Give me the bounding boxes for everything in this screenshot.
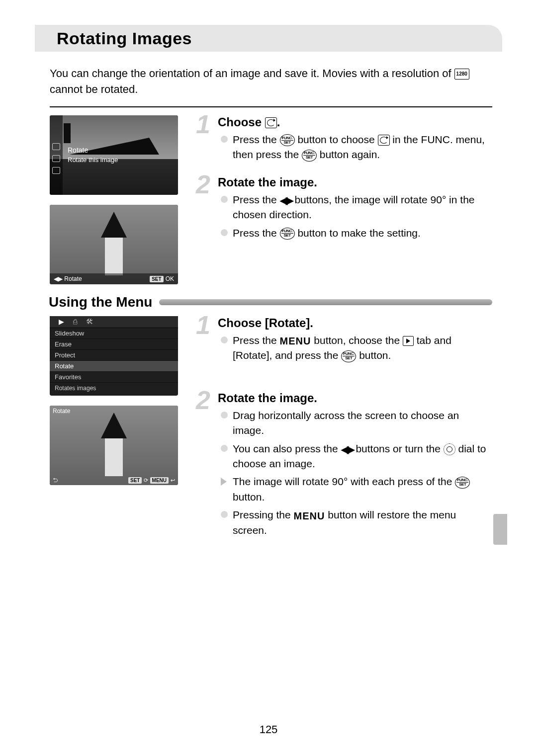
step-bullet-result: The image will rotate 90° with each pres…	[218, 474, 492, 504]
screenshot-rotate-browser: Rotate ⮌ SET⟳ MENU↩	[50, 406, 178, 485]
overlay-hint: Rotate this image	[68, 156, 118, 164]
left-right-buttons-icon: ◀▶	[280, 195, 292, 205]
page-title: Rotating Images	[50, 29, 192, 48]
func-set-button-icon: FUNC.SET	[341, 350, 356, 362]
overlay-title: Rotate	[53, 408, 70, 415]
resolution-1280-icon: 1280	[454, 69, 469, 80]
func-set-button-icon: FUNC.SET	[455, 477, 470, 489]
overlay-left: ⮌	[53, 477, 58, 484]
menu-item-favorites: Favorites	[50, 372, 178, 383]
step-number: 1	[196, 109, 210, 139]
control-dial-icon	[444, 443, 455, 455]
step-heading: Rotate the image.	[218, 175, 492, 189]
favorite-icon	[52, 167, 60, 174]
step-bullet: Press the MENU button, choose the tab an…	[218, 333, 492, 363]
subsection-bar: Using the Menu	[49, 294, 492, 310]
overlay-ok: SETOK	[150, 275, 174, 282]
func-set-button-icon: FUNC.SET	[280, 134, 295, 146]
menu-list: Slideshow Erase Protect Rotate Favorites	[50, 328, 178, 383]
print-icon	[52, 155, 60, 162]
step-number: 2	[196, 385, 210, 415]
menu-item-slideshow: Slideshow	[50, 328, 178, 339]
overlay-rotate-label: ◀▶ Rotate	[54, 275, 82, 282]
step-bullet: Press the FUNC.SET button to choose in t…	[218, 132, 492, 163]
step-heading: Rotate the image.	[218, 391, 492, 405]
playback-tab-icon	[403, 336, 414, 346]
step-bullet: Drag horizontally across the screen to c…	[218, 408, 492, 438]
thumb-index-tab	[493, 514, 507, 545]
step-heading: Choose [Rotate].	[218, 316, 492, 330]
menu-item-rotate: Rotate	[50, 361, 178, 372]
overlay-right: SET⟳ MENU↩	[128, 477, 175, 484]
menu-button-icon: MENU	[294, 511, 325, 521]
screenshot-func-rotate: Rotate Rotate this image	[50, 115, 178, 195]
section-title-bar: Rotating Images	[50, 25, 492, 52]
screenshot-menu: ▶ ⎙ 🛠 Slideshow Erase Protect Rotate Fav…	[50, 316, 178, 396]
divider	[50, 106, 492, 107]
playback-tab-icon: ▶	[59, 318, 64, 326]
rotate-icon	[52, 143, 60, 150]
menu-hint: Rotates images	[50, 383, 178, 394]
step-bullet: You can also press the ◀▶ buttons or tur…	[218, 441, 492, 472]
rotate-icon	[378, 135, 390, 146]
step-heading: Choose .	[218, 115, 492, 129]
func-set-button-icon: FUNC.SET	[302, 150, 317, 162]
step-bullet: Press the FUNC.SET button to make the se…	[218, 226, 492, 241]
tools-tab-icon: 🛠	[86, 318, 93, 326]
intro-paragraph: You can change the orientation of an ima…	[50, 66, 492, 97]
step-bullet: Pressing the MENU button will restore th…	[218, 507, 492, 538]
step-number: 1	[196, 310, 210, 340]
print-tab-icon: ⎙	[73, 318, 77, 326]
func-set-button-icon: FUNC.SET	[280, 228, 295, 240]
menu-item-protect: Protect	[50, 350, 178, 361]
step-menu-2: 2 Rotate the image. Drag horizontally ac…	[197, 391, 492, 538]
page-number: 125	[0, 723, 537, 736]
menu-item-erase: Erase	[50, 339, 178, 350]
step-2: 2 Rotate the image. Press the ◀▶ buttons…	[197, 175, 492, 241]
overlay-label-rotate: Rotate	[68, 146, 88, 154]
subsection-title: Using the Menu	[49, 294, 152, 310]
rotate-icon	[265, 117, 277, 128]
step-1: 1 Choose . Press the FUNC.SET button to …	[197, 115, 492, 163]
menu-button-icon: MENU	[280, 336, 311, 346]
screenshot-rotate-preview: ◀▶ Rotate SETOK	[50, 205, 178, 284]
left-right-buttons-icon: ◀▶	[341, 444, 353, 454]
step-menu-1: 1 Choose [Rotate]. Press the MENU button…	[197, 316, 492, 363]
step-bullet: Press the ◀▶ buttons, the image will rot…	[218, 192, 492, 223]
step-number: 2	[196, 169, 210, 199]
